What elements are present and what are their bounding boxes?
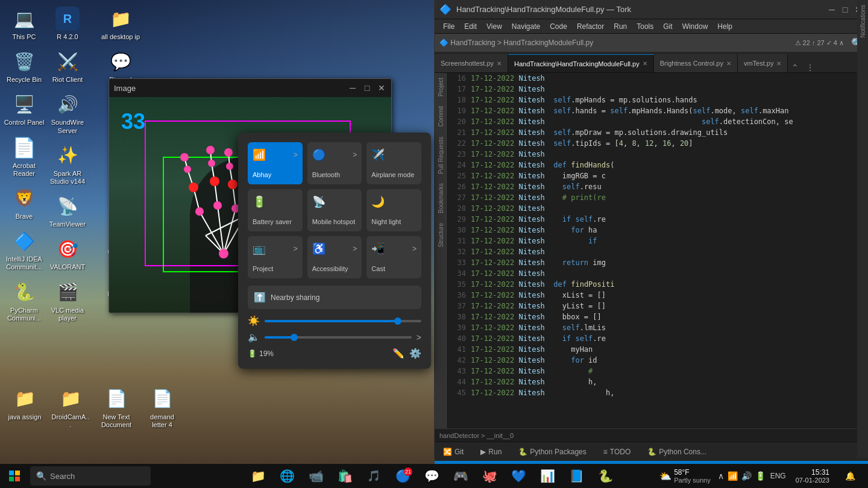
taskbar: 🔍 Search 📁 🌐 📹 🛍️ 🎵 🔵 21 💬 🎮 🐙 💙 📊 📘 🐍 ⛅… [0, 464, 868, 488]
clock[interactable]: 15:31 07-01-2023 [791, 468, 834, 484]
taskbar-app-store[interactable]: 🛍️ [332, 464, 358, 488]
icon-teamviewer[interactable]: 📡 TeamViewer [43, 190, 92, 232]
qs-tile-airplane[interactable]: ✈️ Airplane mode [366, 142, 421, 184]
taskbar-app-unknown1[interactable]: 🎮 [447, 464, 474, 488]
icon-java-assign[interactable]: 📁 java assign [3, 383, 46, 433]
battery-display: 🔋 19% [248, 349, 274, 358]
icon-demand-letter[interactable]: 📄 demand letter 4 [140, 383, 184, 433]
tray-volume[interactable]: 🔊 [741, 471, 752, 481]
minimize-button[interactable]: ─ [348, 83, 357, 93]
qs-tile-bluetooth[interactable]: 🔵 > Bluetooth [307, 142, 362, 184]
tabs-more-btn[interactable]: ⌃ [788, 63, 802, 72]
qs-bluetooth-label: Bluetooth [312, 171, 357, 178]
icon-intellij[interactable]: 🔷 IntelliJ IDEA Communit... [0, 225, 48, 275]
volume-slider[interactable] [265, 336, 412, 339]
sidebar-commit-label[interactable]: Commit [438, 106, 444, 127]
taskbar-app-chrome[interactable]: 🔵 21 [389, 464, 416, 488]
qs-tile-accessibility[interactable]: ♿ > Accessibility [307, 236, 362, 278]
editor-maximize-btn[interactable]: □ [840, 5, 850, 14]
icon-riot[interactable]: ⚔️ Riot Client [43, 46, 92, 87]
icon-new-text-doc[interactable]: 📄 New Text Document [95, 383, 138, 433]
qs-tile-project[interactable]: 📺 > Project [248, 236, 303, 278]
menu-file[interactable]: File [439, 21, 458, 32]
qs-tile-night-light[interactable]: 🌙 Night light [366, 189, 421, 231]
icon-droidcam[interactable]: 📁 DroidCamA... [49, 383, 92, 433]
taskbar-app-teams[interactable]: 📹 [303, 464, 329, 488]
taskbar-notification-btn[interactable]: 🔔 [837, 464, 863, 488]
qs-tile-hotspot[interactable]: 📡 Mobile hotspot [307, 189, 362, 231]
maximize-button[interactable]: □ [362, 83, 372, 93]
menu-run[interactable]: Run [610, 21, 631, 32]
qs-nearby-sharing[interactable]: ⬆️ Nearby sharing [248, 286, 421, 309]
icon-pycharm[interactable]: 🐍 PyCharm Communi... [0, 277, 48, 326]
tab-screenshottest[interactable]: Screenshottest.py ✕ [435, 54, 508, 72]
menu-window[interactable]: Window [679, 21, 712, 32]
taskbar-app-spotify[interactable]: 🎵 [360, 464, 387, 488]
icon-r420[interactable]: R R 4.2.0 [43, 3, 92, 45]
icon-vlc[interactable]: 🎬 VLC media player [43, 277, 92, 326]
language-selector[interactable]: ENG [768, 472, 788, 480]
menu-code[interactable]: Code [546, 21, 571, 32]
sidebar-structure-label[interactable]: Structure [438, 223, 444, 248]
tab-close-brightness[interactable]: ✕ [726, 60, 731, 67]
qs-tile-wifi[interactable]: 📶 > Abhay [248, 142, 303, 184]
volume-end-icon[interactable]: > [417, 333, 421, 342]
close-button[interactable]: ✕ [377, 83, 386, 93]
taskbar-app-whatsapp[interactable]: 💬 [418, 464, 445, 488]
tab-close-vmtest[interactable]: ✕ [776, 60, 781, 67]
icon-brave[interactable]: 🦁 Brave [0, 183, 48, 224]
taskbar-app-vscode[interactable]: 💙 [505, 464, 532, 488]
svg-line-4 [224, 208, 236, 254]
menu-edit[interactable]: Edit [461, 21, 480, 32]
search-box[interactable]: 🔍 Search [30, 466, 151, 486]
sidebar-project-label[interactable]: Project [438, 78, 444, 96]
start-button[interactable] [0, 464, 29, 488]
icon-this-pc[interactable]: 💻 This PC [0, 3, 48, 45]
settings-icon[interactable]: ⚙️ [409, 348, 421, 359]
tabs-settings-btn[interactable]: ⋮ [802, 63, 818, 72]
tab-handtracking[interactable]: HandTracking\HandTrackingModuleFull.py ✕ [508, 54, 654, 72]
sidebar-pullrequests-label[interactable]: Pull Requests [438, 137, 444, 174]
taskbar-app-pycharm[interactable]: 🐍 [592, 464, 618, 488]
icon-spark-ar[interactable]: ✨ Spark AR Studio v144 [43, 140, 92, 189]
icon-acrobat[interactable]: 📄 Acrobat Reader [0, 132, 48, 181]
menu-view[interactable]: View [483, 21, 506, 32]
taskbar-app-file-explorer[interactable]: 📁 [245, 464, 271, 488]
icon-soundwire[interactable]: 🔊 SoundWire Server [43, 89, 92, 138]
bottom-tab-todo[interactable]: ≡ TODO [600, 445, 634, 458]
weather-widget[interactable]: ⛅ 58°F Partly sunny [655, 468, 715, 484]
icon-control-panel[interactable]: 🖥️ Control Panel [0, 89, 48, 130]
menu-git[interactable]: Git [659, 21, 676, 32]
tray-network[interactable]: 📶 [728, 471, 738, 481]
menu-navigate[interactable]: Navigate [508, 21, 544, 32]
qs-tile-cast[interactable]: 📲 > Cast [366, 236, 421, 278]
taskbar-app-github[interactable]: 🐙 [476, 464, 503, 488]
bottom-tab-git[interactable]: 🔀 Git [439, 445, 467, 458]
editor-status-bar: 14:6 UTF-8 4 spaces Python 3.8 (PythonPr… [435, 461, 868, 464]
taskbar-app-edge[interactable]: 🌐 [274, 464, 300, 488]
tab-close-screenshottest[interactable]: ✕ [497, 60, 502, 67]
bottom-tab-python-console[interactable]: 🐍 Python Cons... [644, 445, 710, 458]
icon-all-desktop[interactable]: 📁 all desktop ip [96, 3, 145, 45]
edit-icon[interactable]: ✏️ [392, 348, 404, 359]
menu-help[interactable]: Help [714, 21, 736, 32]
code-row-42: 42 17-12-2022 Nitesh for id [448, 355, 868, 366]
qs-tile-battery-saver[interactable]: 🔋 Battery saver [248, 189, 303, 231]
taskbar-app-excel[interactable]: 📊 [534, 464, 561, 488]
tray-battery[interactable]: 🔋 [755, 471, 766, 481]
tab-brightness[interactable]: Brightness Control.py ✕ [654, 54, 738, 72]
menu-refactor[interactable]: Refactor [573, 21, 608, 32]
editor-minimize-btn[interactable]: ─ [827, 5, 837, 14]
menu-tools[interactable]: Tools [633, 21, 657, 32]
sidebar-bookmarks-label[interactable]: Bookmarks [438, 183, 444, 213]
taskbar-app-word[interactable]: 📘 [563, 464, 590, 488]
icon-recycle-bin[interactable]: 🗑️ Recycle Bin [0, 46, 48, 87]
tray-up-arrow[interactable]: ∧ [718, 471, 724, 481]
bottom-tab-python-packages[interactable]: 🐍 Python Packages [515, 445, 590, 458]
notifications-label[interactable]: Notifications [860, 5, 866, 37]
icon-valorant[interactable]: 🎯 VALORANT [43, 233, 92, 275]
tab-close-handtracking[interactable]: ✕ [643, 60, 647, 67]
bottom-tab-run[interactable]: ▶ Run [477, 445, 505, 458]
tab-vmtest[interactable]: vmTest.py ✕ [738, 54, 788, 72]
brightness-slider[interactable] [265, 320, 421, 322]
